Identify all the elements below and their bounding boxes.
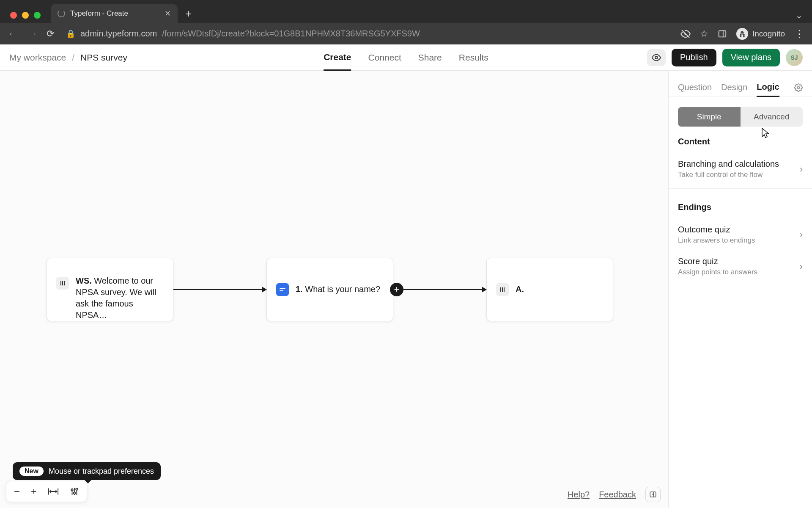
address-bar[interactable]: 🔒 admin.typeform.com/form/sWDtsfDj/creat… — [66, 29, 420, 39]
tab-close-icon[interactable]: ✕ — [165, 9, 171, 18]
main-layout: WS. Welcome to our NPSA survey. We will … — [0, 71, 812, 508]
incognito-icon — [736, 28, 748, 40]
gear-icon — [794, 83, 803, 92]
tab-title: Typeform - Create — [70, 9, 128, 18]
app-root: My workspace / NPS survey Create Connect… — [0, 44, 812, 508]
window-controls — [10, 12, 41, 19]
reload-icon[interactable]: ⟳ — [47, 28, 54, 39]
svg-point-4 — [76, 488, 78, 490]
nav-forward-icon[interactable]: → — [27, 27, 38, 40]
flow-row: WS. Welcome to our NPSA survey. We will … — [47, 258, 613, 321]
collapse-panel-button[interactable] — [645, 487, 661, 502]
ending-node-text: A. — [516, 284, 524, 295]
new-tab-button[interactable]: + — [185, 7, 192, 20]
tooltip-badge: New — [19, 467, 44, 476]
section-content-title: Content — [678, 137, 803, 146]
publish-button[interactable]: Publish — [672, 49, 716, 66]
window-minimize-icon[interactable] — [22, 12, 29, 19]
eye-icon — [652, 53, 661, 62]
svg-rect-0 — [719, 30, 726, 37]
browser-chrome: Typeform - Create ✕ + ⌄ ← → ⟳ 🔒 admin.ty… — [0, 0, 812, 44]
breadcrumb-separator: / — [72, 52, 74, 63]
row-outcome-quiz[interactable]: Outcome quiz Link answers to endings › — [669, 219, 812, 251]
add-block-button[interactable]: + — [390, 283, 403, 296]
nav-back-icon[interactable]: ← — [8, 27, 19, 40]
help-link[interactable]: Help? — [568, 490, 590, 500]
welcome-prefix: WS. — [76, 276, 92, 285]
flow-connector — [173, 289, 266, 290]
ending-icon — [496, 283, 509, 296]
incognito-indicator[interactable]: Incognito — [736, 28, 785, 40]
view-plans-button[interactable]: View plans — [722, 49, 780, 66]
zoom-out-button[interactable]: − — [14, 486, 20, 497]
breadcrumb: My workspace / NPS survey — [9, 52, 127, 63]
welcome-screen-icon — [56, 277, 69, 290]
outcome-sub: Link answers to endings — [678, 236, 755, 245]
segment-simple[interactable]: Simple — [678, 107, 741, 127]
zoom-in-button[interactable]: + — [31, 486, 37, 497]
svg-point-2 — [71, 489, 73, 491]
panel-section-endings: Endings — [669, 192, 812, 219]
breadcrumb-form-name[interactable]: NPS survey — [80, 52, 127, 63]
score-sub: Assign points to answers — [678, 268, 757, 276]
logic-mode-segmented: Simple Advanced — [678, 107, 803, 127]
chrome-expand-icon[interactable]: ⌄ — [796, 10, 803, 20]
question-text: What is your name? — [305, 284, 380, 294]
main-tabs: Create Connect Share Results — [324, 44, 488, 71]
avatar[interactable]: SJ — [786, 49, 803, 66]
tab-results[interactable]: Results — [459, 44, 488, 71]
eye-off-icon[interactable] — [680, 29, 691, 39]
branching-sub: Take full control of the flow — [678, 171, 779, 179]
window-close-icon[interactable] — [10, 12, 17, 19]
question-node-text: 1. What is your name? — [296, 284, 380, 295]
tab-strip: Typeform - Create ✕ + — [51, 4, 192, 23]
outcome-title: Outcome quiz — [678, 225, 755, 235]
tab-connect[interactable]: Connect — [368, 44, 401, 71]
row-branching[interactable]: Branching and calculations Take full con… — [669, 153, 812, 185]
flow-connector — [393, 289, 486, 290]
row-score-quiz[interactable]: Score quiz Assign points to answers › — [669, 251, 812, 282]
chrome-right-controls: ☆ Incognito ⋮ — [680, 28, 804, 40]
panel-tab-question[interactable]: Question — [678, 78, 712, 97]
header-right: Publish View plans SJ — [647, 49, 803, 66]
panel-settings-button[interactable] — [794, 83, 803, 92]
question-prefix: 1. — [296, 284, 303, 294]
panel-tab-design[interactable]: Design — [721, 78, 747, 97]
right-panel: Question Design Logic Simple Advanced Co… — [668, 71, 812, 508]
chevron-right-icon: › — [800, 229, 803, 240]
lock-icon: 🔒 — [66, 29, 75, 39]
browser-menu-icon[interactable]: ⋮ — [794, 28, 804, 40]
tooltip-text: Mouse or trackpad preferences — [49, 467, 154, 476]
logic-canvas[interactable]: WS. Welcome to our NPSA survey. We will … — [0, 71, 668, 508]
flow-node-welcome[interactable]: WS. Welcome to our NPSA survey. We will … — [47, 258, 173, 321]
tooltip-preferences: New Mouse or trackpad preferences — [13, 462, 161, 480]
segment-advanced[interactable]: Advanced — [741, 107, 803, 127]
flow-node-question-1[interactable]: 1. What is your name? — [266, 258, 393, 321]
panel-tab-logic[interactable]: Logic — [757, 78, 779, 97]
flow-node-ending[interactable]: A. — [486, 258, 613, 321]
panel-section-content: Content — [669, 127, 812, 153]
chevron-right-icon: › — [800, 164, 803, 175]
window-fullscreen-icon[interactable] — [34, 12, 41, 19]
breadcrumb-workspace[interactable]: My workspace — [9, 52, 66, 63]
browser-tab[interactable]: Typeform - Create ✕ — [51, 4, 178, 23]
loading-spinner-icon — [58, 10, 65, 17]
address-row: ← → ⟳ 🔒 admin.typeform.com/form/sWDtsfDj… — [0, 23, 812, 44]
zoom-toolbar: − + — [6, 481, 87, 502]
tab-create[interactable]: Create — [324, 44, 351, 71]
preview-button[interactable] — [647, 49, 666, 66]
bookmark-star-icon[interactable]: ☆ — [700, 28, 708, 39]
svg-point-1 — [655, 56, 658, 59]
svg-point-3 — [74, 492, 76, 494]
app-header: My workspace / NPS survey Create Connect… — [0, 44, 812, 71]
panel-icon[interactable] — [718, 29, 727, 39]
score-title: Score quiz — [678, 257, 757, 266]
preferences-button[interactable] — [70, 487, 79, 496]
feedback-link[interactable]: Feedback — [599, 490, 636, 500]
canvas-footer: Help? Feedback — [568, 487, 661, 502]
tab-share[interactable]: Share — [418, 44, 442, 71]
divider — [669, 188, 812, 189]
svg-point-6 — [798, 86, 800, 88]
branching-title: Branching and calculations — [678, 159, 779, 169]
fit-width-button[interactable] — [48, 487, 59, 496]
